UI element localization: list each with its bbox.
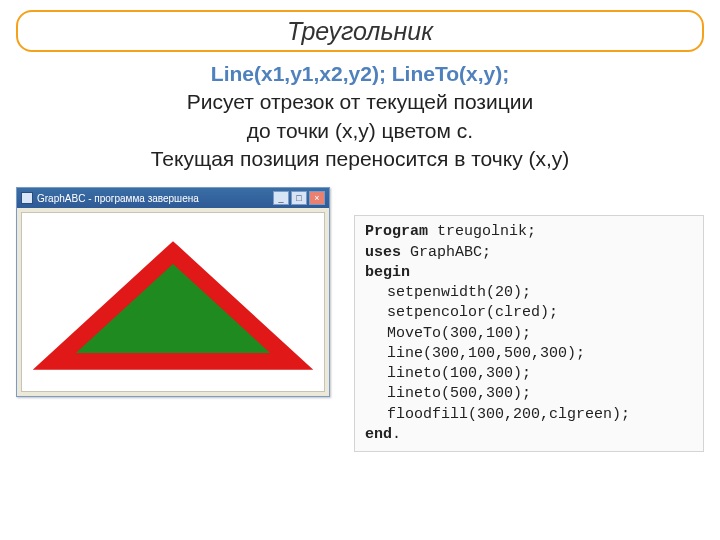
app-icon	[21, 192, 33, 204]
code-l8: lineto(100,300);	[387, 365, 531, 382]
code-l1b: treugolnik;	[428, 223, 536, 240]
code-l5: setpencolor(clred);	[387, 304, 558, 321]
maximize-button[interactable]: □	[291, 191, 307, 205]
window-titlebar: GraphABC - программа завершена _ □ ×	[17, 188, 329, 208]
description-block: Line(x1,y1,x2,y2); LineTo(x,y); Рисует о…	[20, 60, 700, 173]
code-l9: lineto(500,300);	[387, 385, 531, 402]
code-l4: setpenwidth(20);	[387, 284, 531, 301]
window-buttons: _ □ ×	[273, 191, 325, 205]
desc-line-2: до точки (x,y) цветом c.	[247, 119, 473, 142]
slide-title-frame: Треугольник	[16, 10, 704, 52]
kw-begin: begin	[365, 264, 410, 281]
canvas-area	[21, 212, 325, 392]
desc-line-1: Рисует отрезок от текущей позиции	[187, 90, 533, 113]
minimize-button[interactable]: _	[273, 191, 289, 205]
code-listing: Program treugolnik; uses GraphABC; begin…	[354, 215, 704, 452]
kw-end: end	[365, 426, 392, 443]
code-l11b: .	[392, 426, 401, 443]
slide-title: Треугольник	[287, 17, 433, 46]
code-l10: floodfill(300,200,clgreen);	[387, 406, 630, 423]
triangle-drawing	[22, 213, 324, 391]
desc-line-3: Текущая позиция переносится в точку (x,y…	[151, 147, 570, 170]
kw-uses: uses	[365, 244, 401, 261]
command-signature: Line(x1,y1,x2,y2); LineTo(x,y);	[211, 62, 509, 85]
code-l2b: GraphABC;	[401, 244, 491, 261]
close-button[interactable]: ×	[309, 191, 325, 205]
code-l6: MoveTo(300,100);	[387, 325, 531, 342]
panels-row: GraphABC - программа завершена _ □ × Pro…	[0, 187, 720, 452]
code-l7: line(300,100,500,300);	[387, 345, 585, 362]
triangle-shape	[54, 253, 291, 362]
graphabc-window: GraphABC - программа завершена _ □ ×	[16, 187, 330, 397]
kw-program: Program	[365, 223, 428, 240]
window-title: GraphABC - программа завершена	[37, 193, 269, 204]
